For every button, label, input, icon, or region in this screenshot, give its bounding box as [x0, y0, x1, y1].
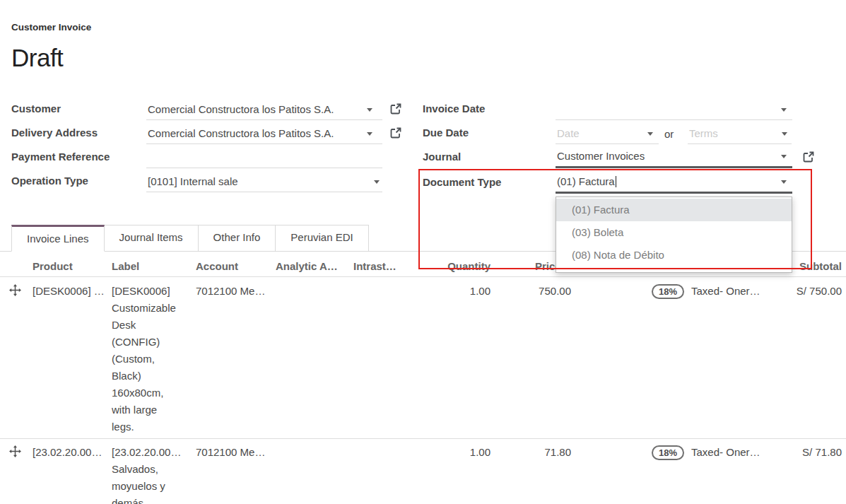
operation-type-value[interactable]: [0101] Internal sale — [146, 175, 238, 187]
document-type-value[interactable]: (01) Factura — [556, 175, 615, 187]
tabbar: Invoice Lines Journal Items Other Info P… — [11, 225, 369, 252]
external-link-icon[interactable] — [389, 127, 402, 139]
cell-product[interactable]: [DESK0006] … — [33, 283, 107, 300]
payment-reference-value[interactable] — [146, 151, 148, 163]
table-row[interactable]: [23.02.20.00… [23.02.20.00… Salvados, mo… — [0, 438, 846, 504]
dropdown-option-boleta[interactable]: (03) Boleta — [556, 221, 792, 244]
customer-label: Customer — [11, 102, 61, 115]
tab-peruvian-edi[interactable]: Peruvian EDI — [276, 225, 368, 252]
tax-badge[interactable]: 18% — [652, 284, 684, 299]
invoice-date-field[interactable] — [556, 100, 792, 120]
tax-name: Taxed- Oner… — [691, 444, 760, 461]
table-row[interactable]: [DESK0006] … [DESK0006] Customizable Des… — [0, 277, 846, 438]
dropdown-option-nota-debito[interactable]: (08) Nota de Débito — [556, 244, 792, 266]
journal-value[interactable]: Customer Invoices — [556, 150, 645, 162]
col-header-product: Product — [33, 260, 73, 272]
cell-taxes[interactable]: 18% Taxed- Oner… — [652, 444, 760, 461]
cell-label[interactable]: [23.02.20.00… Salvados, moyuelos y demás — [112, 444, 191, 504]
document-type-dropdown: (01) Factura (03) Boleta (08) Nota de Dé… — [556, 197, 792, 273]
drag-handle-icon[interactable] — [9, 445, 21, 457]
journal-field[interactable]: Customer Invoices — [556, 146, 792, 168]
cell-subtotal: S/ 750.00 — [763, 283, 842, 300]
chevron-down-icon[interactable] — [781, 155, 787, 158]
col-header-quantity: Quantity — [410, 260, 490, 272]
payment-reference-field[interactable] — [146, 148, 382, 168]
delivery-address-field[interactable]: Comercial Constructora los Patitos S.A. — [146, 124, 382, 144]
operation-type-field[interactable]: [0101] Internal sale — [146, 172, 382, 192]
payment-terms-field[interactable]: Terms — [688, 124, 792, 144]
chevron-down-icon[interactable] — [782, 132, 787, 136]
drag-handle-icon[interactable] — [9, 284, 21, 296]
journal-label: Journal — [423, 151, 461, 163]
document-type-field[interactable]: (01) Factura — [556, 172, 792, 194]
invoice-date-value[interactable] — [556, 103, 557, 115]
customer-field[interactable]: Comercial Constructora los Patitos S.A. — [146, 100, 382, 120]
col-header-label: Label — [112, 260, 139, 272]
col-header-analytic: Analytic A… — [276, 260, 338, 272]
cell-account[interactable]: 7012100 Me… — [196, 283, 274, 300]
due-date-placeholder[interactable]: Date — [556, 127, 580, 139]
external-link-icon[interactable] — [389, 102, 402, 115]
chevron-down-icon[interactable] — [647, 132, 653, 136]
page-title: Draft — [11, 44, 63, 72]
invoice-date-label: Invoice Date — [423, 102, 485, 115]
breadcrumb[interactable]: Customer Invoice — [11, 22, 91, 33]
customer-value[interactable]: Comercial Constructora los Patitos S.A. — [146, 103, 334, 115]
text-cursor — [616, 176, 617, 187]
chevron-down-icon[interactable] — [374, 180, 380, 184]
terms-placeholder[interactable]: Terms — [688, 127, 718, 139]
delivery-address-value[interactable]: Comercial Constructora los Patitos S.A. — [146, 127, 334, 139]
tax-name: Taxed- Oner… — [691, 283, 760, 300]
document-type-label: Document Type — [423, 176, 501, 188]
tab-journal-items[interactable]: Journal Items — [105, 225, 199, 252]
chevron-down-icon[interactable] — [781, 180, 787, 184]
operation-type-label: Operation Type — [11, 175, 88, 187]
or-separator: or — [664, 128, 674, 140]
dropdown-option-factura[interactable]: (01) Factura — [556, 199, 792, 221]
due-date-label: Due Date — [423, 127, 469, 139]
cell-subtotal: S/ 71.80 — [763, 444, 842, 461]
chevron-down-icon[interactable] — [781, 108, 787, 112]
chevron-down-icon[interactable] — [367, 132, 372, 136]
cell-account[interactable]: 7012100 Me… — [196, 444, 274, 461]
cell-product[interactable]: [23.02.20.00… — [33, 444, 107, 461]
tab-other-info[interactable]: Other Info — [199, 225, 276, 252]
tax-badge[interactable]: 18% — [652, 445, 684, 460]
external-link-icon[interactable] — [802, 151, 815, 163]
delivery-address-label: Delivery Address — [11, 127, 98, 139]
cell-quantity[interactable]: 1.00 — [410, 283, 490, 300]
cell-price[interactable]: 71.80 — [495, 444, 571, 461]
col-header-intrastat: Intrast… — [353, 260, 396, 272]
cell-price[interactable]: 750.00 — [495, 283, 571, 300]
cell-label[interactable]: [DESK0006] Customizable Desk (CONFIG) (C… — [112, 283, 191, 435]
cell-taxes[interactable]: 18% Taxed- Oner… — [652, 283, 760, 300]
payment-reference-label: Payment Reference — [11, 151, 110, 163]
tab-invoice-lines[interactable]: Invoice Lines — [11, 225, 105, 252]
cell-quantity[interactable]: 1.00 — [410, 444, 490, 461]
due-date-field[interactable]: Date — [556, 124, 659, 144]
col-header-account: Account — [196, 260, 238, 272]
chevron-down-icon[interactable] — [367, 108, 372, 112]
